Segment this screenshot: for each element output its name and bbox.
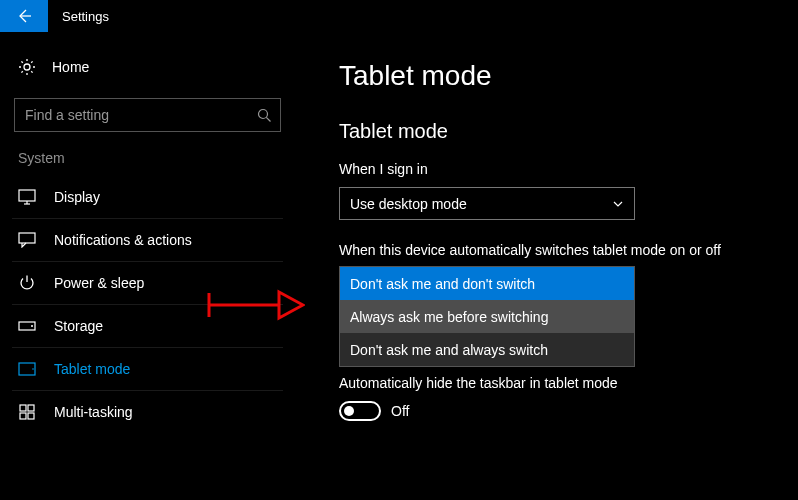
autoswitch-option-2[interactable]: Don't ask me and always switch bbox=[340, 333, 634, 366]
autohide-label: Automatically hide the taskbar in tablet… bbox=[339, 375, 774, 391]
svg-rect-12 bbox=[19, 190, 35, 201]
svg-rect-21 bbox=[20, 405, 26, 411]
sidebar-item-label: Power & sleep bbox=[54, 275, 144, 291]
sidebar-item-tablet-mode[interactable]: Tablet mode bbox=[12, 348, 283, 391]
svg-line-7 bbox=[31, 71, 32, 72]
power-icon bbox=[18, 274, 36, 292]
search-input[interactable] bbox=[25, 107, 257, 123]
svg-point-18 bbox=[31, 325, 33, 327]
sidebar: Home System Display Notifications & acti… bbox=[0, 32, 295, 500]
sidebar-item-label: Notifications & actions bbox=[54, 232, 192, 248]
titlebar: Settings bbox=[0, 0, 798, 32]
storage-icon bbox=[18, 317, 36, 335]
sidebar-item-label: Multi-tasking bbox=[54, 404, 133, 420]
search-icon bbox=[257, 108, 272, 123]
svg-point-1 bbox=[24, 64, 30, 70]
svg-rect-22 bbox=[28, 405, 34, 411]
autoswitch-option-1[interactable]: Always ask me before switching bbox=[340, 300, 634, 333]
sidebar-category: System bbox=[18, 150, 283, 166]
svg-line-9 bbox=[31, 61, 32, 62]
autohide-toggle[interactable] bbox=[339, 401, 381, 421]
signin-value: Use desktop mode bbox=[350, 196, 467, 212]
sidebar-home[interactable]: Home bbox=[12, 50, 283, 92]
svg-rect-15 bbox=[19, 233, 35, 243]
section-title: Tablet mode bbox=[339, 120, 774, 143]
svg-rect-24 bbox=[28, 413, 34, 419]
svg-line-6 bbox=[21, 61, 22, 62]
multitask-icon bbox=[18, 403, 36, 421]
chevron-down-icon bbox=[612, 198, 624, 210]
svg-point-20 bbox=[32, 368, 34, 370]
autohide-value: Off bbox=[391, 403, 409, 419]
chat-icon bbox=[18, 231, 36, 249]
window-title: Settings bbox=[62, 9, 109, 24]
back-button[interactable] bbox=[0, 0, 48, 32]
sidebar-item-display[interactable]: Display bbox=[12, 176, 283, 219]
tablet-icon bbox=[18, 360, 36, 378]
main-content: Tablet mode Tablet mode When I sign in U… bbox=[295, 32, 798, 500]
autoswitch-dropdown-open[interactable]: Don't ask me and don't switch Always ask… bbox=[339, 266, 635, 367]
svg-line-11 bbox=[266, 117, 270, 121]
sidebar-item-power[interactable]: Power & sleep bbox=[12, 262, 283, 305]
sidebar-item-multitasking[interactable]: Multi-tasking bbox=[12, 391, 283, 433]
page-title: Tablet mode bbox=[339, 60, 774, 92]
sidebar-item-label: Storage bbox=[54, 318, 103, 334]
sidebar-item-label: Tablet mode bbox=[54, 361, 130, 377]
display-icon bbox=[18, 188, 36, 206]
arrow-left-icon bbox=[15, 7, 33, 25]
autoswitch-option-0[interactable]: Don't ask me and don't switch bbox=[340, 267, 634, 300]
sidebar-home-label: Home bbox=[52, 59, 89, 75]
sidebar-item-storage[interactable]: Storage bbox=[12, 305, 283, 348]
signin-dropdown[interactable]: Use desktop mode bbox=[339, 187, 635, 220]
search-box[interactable] bbox=[14, 98, 281, 132]
sidebar-item-notifications[interactable]: Notifications & actions bbox=[12, 219, 283, 262]
svg-line-8 bbox=[21, 71, 22, 72]
sidebar-item-label: Display bbox=[54, 189, 100, 205]
gear-icon bbox=[18, 58, 36, 76]
svg-rect-23 bbox=[20, 413, 26, 419]
signin-label: When I sign in bbox=[339, 161, 774, 177]
autoswitch-label: When this device automatically switches … bbox=[339, 242, 774, 258]
svg-point-10 bbox=[259, 109, 268, 118]
